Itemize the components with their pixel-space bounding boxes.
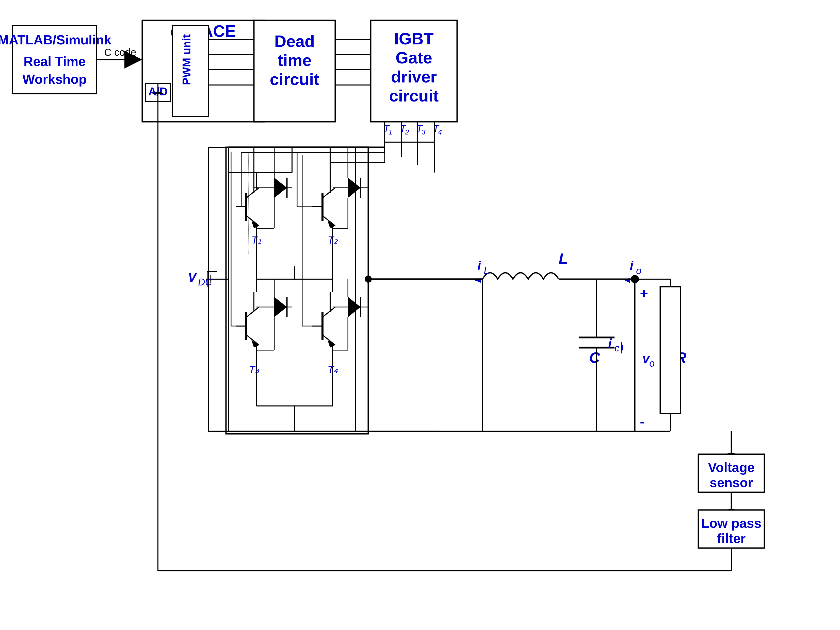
T3-gate-sub: 3 xyxy=(422,128,426,136)
T1-label: T₁ xyxy=(251,235,262,246)
voltage-sensor-label-2: sensor xyxy=(710,475,753,490)
matlab-label-1: MATLAB/Simulink xyxy=(0,33,111,47)
igbt-label-1: IGBT xyxy=(394,30,433,48)
C-label: C xyxy=(589,349,600,366)
resistor xyxy=(660,287,681,414)
ic-label: i xyxy=(608,336,612,350)
deadtime-label-1: Dead xyxy=(275,32,315,50)
low-pass-label-2: filter xyxy=(717,531,746,546)
ic-sub: c xyxy=(614,343,619,353)
deadtime-label-3: circuit xyxy=(270,70,319,88)
voltage-sensor-label-1: Voltage xyxy=(708,460,755,475)
vdc-label: V xyxy=(188,270,197,284)
vo-sub: o xyxy=(649,358,655,369)
c-code-label: C code xyxy=(104,47,136,58)
matlab-label-3: Workshop xyxy=(22,72,87,87)
igbt-label-2: Gate xyxy=(396,49,433,67)
low-pass-label-1: Low pass xyxy=(701,516,761,531)
T4-label: T₄ xyxy=(328,364,338,375)
iL-sub: L xyxy=(484,265,489,276)
T1-gate-sub: 1 xyxy=(388,128,393,136)
L-label: L xyxy=(559,250,568,267)
matlab-label-2: Real Time xyxy=(24,54,86,69)
igbt-label-4: circuit xyxy=(389,87,439,105)
T2-gate-sub: 2 xyxy=(405,128,409,136)
io-sub: o xyxy=(636,265,641,276)
deadtime-label-2: time xyxy=(278,51,311,69)
T3-label: T₃ xyxy=(249,364,259,375)
io-label: i xyxy=(630,259,633,273)
igbt-label-3: driver xyxy=(391,68,437,86)
pwm-label-1: PWM unit xyxy=(180,34,193,85)
minus-label: - xyxy=(640,414,644,429)
plus-label: + xyxy=(640,285,648,301)
T4-gate-sub: 4 xyxy=(438,128,442,136)
iL-label: i xyxy=(477,259,481,273)
vdc-sub: DC xyxy=(198,277,212,287)
T2-label: T₂ xyxy=(328,235,338,246)
